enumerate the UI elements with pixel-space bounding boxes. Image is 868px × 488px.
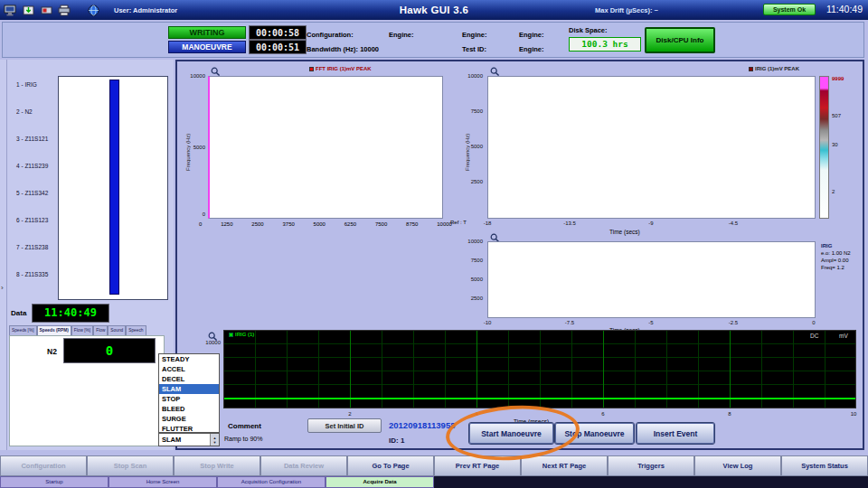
- tick-label: 2500: [251, 221, 263, 227]
- tab-acquire-data[interactable]: Acquire Data: [326, 476, 434, 488]
- list-item[interactable]: STEADY: [159, 354, 219, 364]
- toolbar-stop-scan-button[interactable]: Stop Scan: [87, 455, 174, 476]
- channel-label[interactable]: 2 - N2: [16, 108, 33, 115]
- tick-label: 5000: [181, 145, 205, 150]
- tab-sound[interactable]: Sound: [108, 325, 126, 335]
- spectrogram-plot[interactable]: [487, 76, 816, 219]
- fft-legend: FFT IRIG (1)mV PEAK: [309, 66, 372, 71]
- channel-label[interactable]: 1 - IRIG: [16, 81, 37, 88]
- info-line: IRIG: [821, 242, 864, 249]
- tab-speech[interactable]: Speech: [126, 325, 146, 335]
- insert-event-button[interactable]: Insert Event: [637, 423, 714, 444]
- toolbar-system-status-button[interactable]: System Status: [781, 455, 868, 476]
- legend-swatch-red: [309, 67, 314, 71]
- tick-label: 7500: [458, 258, 483, 263]
- tick-label: 7500: [375, 221, 387, 227]
- colorbar-tick: 9999: [832, 76, 844, 81]
- spinner-buttons[interactable]: ▲▼: [210, 434, 219, 446]
- data-label: Data: [11, 309, 26, 317]
- channel-label[interactable]: 5 - Z11S342: [16, 190, 48, 196]
- tab-speeds-rpm[interactable]: Speeds (RPM): [37, 325, 71, 335]
- toolbar-next-rt-page-button[interactable]: Next RT Page: [521, 455, 608, 476]
- channel-label[interactable]: 7 - Z11S238: [16, 244, 48, 250]
- gauge-tab-bar: Speeds [%] Speeds (RPM) Flow [%] Flow So…: [9, 325, 146, 335]
- system-status-badge: System Ok: [763, 4, 816, 15]
- engine-label-3: Engine:: [519, 31, 544, 39]
- toolbar-go-to-page-button[interactable]: Go To Page: [347, 455, 434, 476]
- manoeuvre-combo[interactable]: SLAM ▲▼: [158, 433, 220, 446]
- time-history-plot[interactable]: [487, 241, 816, 318]
- signal-info-panel: IRIG e.o: 1.00 N2 Ampl= 0.00 Freq= 1.2: [821, 242, 864, 271]
- info-line: Ampl= 0.00: [821, 257, 864, 264]
- n2-gauge-label: N2: [47, 347, 57, 356]
- tick-label: 2500: [458, 296, 483, 301]
- tick-label: -10: [474, 320, 501, 325]
- tick-label: 10000: [458, 239, 483, 244]
- id-label: ID: 1: [389, 436, 404, 445]
- manoeuvre-type-list[interactable]: STEADY ACCEL DECEL SLAM STOP BLEED SURGE…: [158, 353, 220, 433]
- manoeuvre-timer: 00:00:51: [249, 40, 307, 54]
- disk-cpu-info-button[interactable]: Disk/CPU Info: [645, 27, 715, 53]
- max-drift-label: Max Drift (µSecs): ~: [595, 6, 658, 14]
- engine-label-2: Engine:: [462, 31, 487, 39]
- spectrogram-legend-text: IRIG (1)mV PEAK: [755, 66, 799, 71]
- strip-chart-plot[interactable]: [223, 330, 856, 408]
- toolbar-view-log-button[interactable]: View Log: [694, 455, 781, 476]
- tab-speeds-pct[interactable]: Speeds [%]: [9, 325, 37, 335]
- configuration-label: Configuration:: [307, 31, 354, 39]
- toolbar-data-review-button[interactable]: Data Review: [260, 455, 347, 476]
- toolbar-prev-rt-page-button[interactable]: Prev RT Page: [434, 455, 521, 476]
- channel-label[interactable]: 3 - Z11S121: [16, 136, 48, 142]
- tick-label: 8: [716, 411, 743, 417]
- stop-manoeuvre-button[interactable]: Stop Manoeuvre: [555, 423, 634, 444]
- fft-y-ticks: 10000 5000 0: [181, 76, 205, 219]
- bottom-tab-bar: Startup Home Screen Acquisition Configur…: [0, 476, 868, 488]
- toolbar-stop-write-button[interactable]: Stop Write: [174, 455, 260, 476]
- toolbar-configuration-button[interactable]: Configuration: [0, 455, 87, 476]
- colorbar-tick: 30: [832, 142, 838, 147]
- list-item[interactable]: DECEL: [159, 374, 219, 384]
- info-line: Freq= 1.2: [821, 264, 864, 271]
- tick-label: -13.5: [556, 221, 583, 226]
- list-item[interactable]: ACCEL: [159, 364, 219, 374]
- data-clock-display: 11:40:49: [32, 304, 109, 323]
- channel-label[interactable]: 6 - Z11S123: [16, 217, 48, 223]
- tab-flow[interactable]: Flow: [93, 325, 108, 335]
- list-item[interactable]: SURGE: [159, 414, 219, 424]
- dc-label: DC: [810, 333, 818, 339]
- tick-label: 4: [463, 411, 490, 417]
- tick-label: -7.5: [556, 320, 583, 325]
- list-item[interactable]: BLEED: [159, 404, 219, 414]
- start-manoeuvre-button[interactable]: Start Manoeuvre: [469, 423, 553, 444]
- colorbar-labels: 9999 507 30 2: [832, 76, 855, 219]
- set-initial-id-button[interactable]: Set Initial ID: [307, 418, 382, 433]
- tab-flow-pct[interactable]: Flow [%]: [71, 325, 93, 335]
- tick-label: 0: [800, 320, 827, 325]
- test-id-label: Test ID:: [462, 45, 486, 53]
- ref-label: Ref : T: [450, 220, 467, 225]
- fft-plot[interactable]: [208, 76, 443, 219]
- panel-collapse-handle[interactable]: ›: [1, 284, 4, 292]
- hawk-gui-window: User: Administrator Hawk GUI 3.6 Max Dri…: [0, 0, 868, 488]
- tab-acquisition-configuration[interactable]: Acquisition Configuration: [217, 476, 326, 488]
- tab-bar-filler: [434, 476, 868, 488]
- list-item-selected[interactable]: SLAM: [159, 384, 219, 394]
- tick-label: 6250: [344, 221, 356, 227]
- tab-home-screen[interactable]: Home Screen: [108, 476, 217, 488]
- disk-space-label: Disk Space:: [569, 26, 608, 34]
- tick-label: 0: [199, 221, 202, 227]
- n2-gauge-display: 0: [63, 338, 156, 363]
- list-item[interactable]: STOP: [159, 394, 219, 404]
- toolbar-triggers-button[interactable]: Triggers: [608, 455, 694, 476]
- fft-x-ticks: 0 1250 2500 3750 5000 6250 7500 8750 100…: [199, 221, 452, 227]
- info-line: e.o: 1.00 N2: [821, 249, 864, 257]
- strip-chart-legend: IRIG (1): [229, 332, 254, 337]
- writing-timer: 00:00:58: [249, 25, 307, 40]
- tick-label: 10000: [199, 340, 221, 345]
- channel-label[interactable]: 4 - Z11S239: [16, 163, 48, 169]
- tab-startup[interactable]: Startup: [0, 476, 108, 488]
- tick-label: 5000: [458, 277, 483, 282]
- channel-label[interactable]: 8 - Z11S335: [16, 271, 48, 277]
- tick-label: 1250: [221, 221, 232, 227]
- spectrogram-x-axis-label: Time (secs): [609, 229, 640, 235]
